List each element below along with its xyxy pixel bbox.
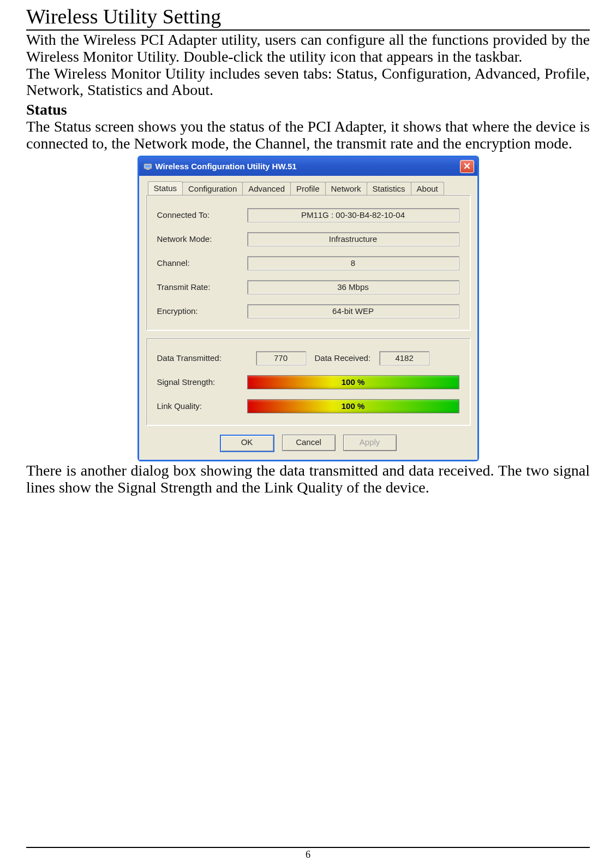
link-quality-value: 100 % bbox=[342, 401, 365, 411]
cancel-button[interactable]: Cancel bbox=[282, 435, 336, 451]
data-group: Data Transmitted: 770 Data Received: 418… bbox=[146, 337, 471, 426]
closing-paragraph: There is another dialog box showing the … bbox=[26, 462, 590, 496]
tab-configuration[interactable]: Configuration bbox=[182, 182, 243, 195]
tab-status[interactable]: Status bbox=[148, 181, 183, 195]
signal-strength-bar: 100 % bbox=[247, 375, 459, 389]
channel-value: 8 bbox=[247, 256, 459, 270]
close-button[interactable] bbox=[460, 160, 474, 173]
connected-to-value: PM11G : 00-30-B4-82-10-04 bbox=[247, 208, 459, 222]
status-subheading: Status bbox=[26, 101, 590, 118]
tab-bar: Status Configuration Advanced Profile Ne… bbox=[148, 181, 471, 195]
intro-paragraph-1: With the Wireless PCI Adapter utility, u… bbox=[26, 32, 590, 66]
tab-profile[interactable]: Profile bbox=[290, 182, 326, 195]
link-quality-label: Link Quality: bbox=[157, 401, 247, 411]
close-icon bbox=[464, 162, 470, 171]
ok-button[interactable]: OK bbox=[220, 435, 274, 452]
network-mode-value: Infrastructure bbox=[247, 232, 459, 246]
connected-to-label: Connected To: bbox=[157, 210, 247, 220]
status-group: Connected To: PM11G : 00-30-B4-82-10-04 … bbox=[146, 194, 471, 331]
tab-advanced[interactable]: Advanced bbox=[242, 182, 291, 195]
dialog-button-bar: OK Cancel Apply bbox=[146, 432, 471, 452]
encryption-value: 64-bit WEP bbox=[247, 304, 459, 318]
transmit-rate-label: Transmit Rate: bbox=[157, 282, 247, 292]
tab-network[interactable]: Network bbox=[325, 182, 367, 195]
network-mode-label: Network Mode: bbox=[157, 234, 247, 244]
encryption-label: Encryption: bbox=[157, 306, 247, 316]
app-icon bbox=[143, 162, 152, 171]
svg-rect-2 bbox=[146, 169, 149, 170]
page-number: 6 bbox=[26, 849, 590, 866]
apply-button[interactable]: Apply bbox=[343, 435, 397, 451]
dialog-titlebar[interactable]: Wireless Configuration Utility HW.51 bbox=[139, 157, 477, 176]
wireless-config-dialog: Wireless Configuration Utility HW.51 Sta… bbox=[137, 156, 479, 461]
intro-paragraph-2: The Wireless Monitor Utility includes se… bbox=[26, 66, 590, 99]
data-tx-label: Data Transmitted: bbox=[157, 353, 247, 363]
footer-rule bbox=[26, 847, 590, 848]
dialog-title: Wireless Configuration Utility HW.51 bbox=[156, 162, 297, 171]
status-paragraph: The Status screen shows you the status o… bbox=[26, 118, 590, 152]
data-rx-value: 4182 bbox=[379, 351, 429, 365]
dialog-body: Status Configuration Advanced Profile Ne… bbox=[139, 176, 477, 460]
signal-strength-value: 100 % bbox=[342, 377, 365, 387]
tab-statistics[interactable]: Statistics bbox=[367, 182, 411, 195]
signal-strength-label: Signal Strength: bbox=[157, 377, 247, 387]
tab-about[interactable]: About bbox=[411, 182, 444, 195]
page-heading: Wireless Utility Setting bbox=[26, 4, 590, 31]
link-quality-bar: 100 % bbox=[247, 399, 459, 413]
transmit-rate-value: 36 Mbps bbox=[247, 280, 459, 294]
channel-label: Channel: bbox=[157, 258, 247, 268]
svg-rect-1 bbox=[145, 165, 151, 168]
data-tx-value: 770 bbox=[256, 351, 306, 365]
data-rx-label: Data Received: bbox=[315, 353, 371, 363]
